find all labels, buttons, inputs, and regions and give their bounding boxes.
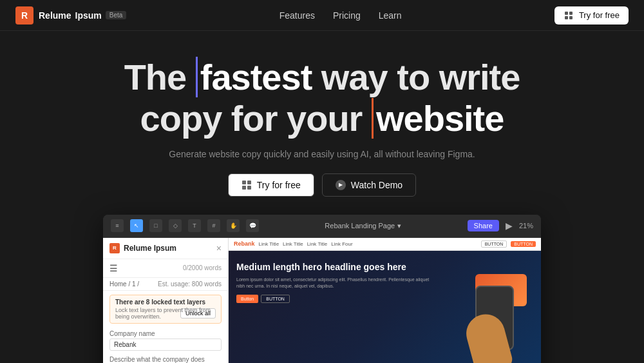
website-brand: Rebank (234, 240, 255, 247)
plugin-company-name-field: Company name (103, 328, 228, 353)
nav-links: Features Pricing Learn (279, 10, 402, 21)
website-preview-nav: Rebank Link Title Link Title Link Title … (229, 238, 541, 251)
website-hero-body: Lorem ipsum dolor sit amet, consectetur … (236, 277, 437, 289)
website-nav-btn-filled[interactable]: BUTTON (511, 241, 536, 247)
figma-text-tool[interactable]: T (188, 219, 201, 232)
website-preview: Rebank Link Title Link Title Link Title … (229, 238, 541, 363)
figma-handoff-tool[interactable]: ✋ (227, 219, 240, 232)
svg-rect-6 (242, 186, 246, 190)
website-nav-link-4: Link Four (331, 241, 352, 247)
beta-badge: Beta (106, 11, 127, 19)
navbar: R Relume Ipsum Beta Features Pricing Lea… (0, 0, 644, 31)
nav-link-pricing[interactable]: Pricing (333, 10, 361, 21)
website-hero-btn2[interactable]: BUTTON (261, 295, 290, 303)
logo: R Relume Ipsum Beta (15, 6, 126, 25)
plugin-header: R Relume Ipsum × (103, 238, 228, 259)
grid-icon (242, 180, 252, 190)
nav-link-features[interactable]: Features (279, 10, 315, 21)
website-nav-link-1: Link Title (259, 241, 279, 247)
figma-component-tool[interactable]: # (207, 219, 220, 232)
website-hero-btn1[interactable]: Button (236, 295, 258, 303)
play-icon: ▶ (336, 180, 346, 190)
plugin-logo-icon: R (109, 243, 120, 253)
figma-comment-tool[interactable]: 💬 (246, 219, 259, 232)
svg-rect-5 (247, 181, 251, 184)
company-name-input[interactable] (109, 338, 222, 351)
try-for-free-button[interactable]: Try for free (228, 173, 314, 197)
plugin-title: R Relume Ipsum (109, 243, 176, 253)
website-nav-link-3: Link Title (307, 241, 328, 247)
svg-rect-1 (569, 12, 573, 15)
website-hero-image (443, 261, 533, 363)
plugin-close-button[interactable]: × (216, 243, 222, 253)
figma-cursor-tool[interactable]: ↖ (130, 219, 143, 232)
figma-window: ≡ ↖ □ ◇ T # ✋ 💬 Rebank Landing Page ▾ Sh… (103, 215, 541, 363)
hero-highlight-fastest: fastest (196, 57, 312, 97)
figma-icon (564, 10, 574, 21)
figma-zoom-level: 21% (519, 222, 533, 230)
mockup-wrapper: ≡ ↖ □ ◇ T # ✋ 💬 Rebank Landing Page ▾ Sh… (0, 215, 644, 363)
website-nav-btn-outline[interactable]: BUTTON (481, 240, 507, 248)
watch-demo-button[interactable]: ▶ Watch Demo (322, 173, 416, 197)
plugin-word-count: 0/2000 words (183, 264, 222, 271)
plugin-breadcrumb: Home / 1 / Est. usage: 800 words (103, 278, 228, 291)
website-hero-text: Medium length hero headline goes here Lo… (236, 261, 437, 363)
try-for-free-label: Try for free (257, 180, 301, 190)
figma-menu-tool: ≡ (111, 219, 124, 232)
plugin-hamburger-icon[interactable]: ☰ (109, 263, 118, 273)
plugin-panel: R Relume Ipsum × ☰ 0/2000 words Home / 1… (103, 238, 229, 363)
figma-canvas-title: Rebank Landing Page ▾ (265, 222, 461, 230)
website-hero-section: Medium length hero headline goes here Lo… (229, 251, 541, 363)
website-hero-title: Medium length hero headline goes here (236, 261, 437, 273)
hero-buttons: Try for free ▶ Watch Demo (228, 173, 416, 197)
svg-rect-2 (565, 16, 568, 19)
figma-toolbar: ≡ ↖ □ ◇ T # ✋ 💬 Rebank Landing Page ▾ Sh… (103, 215, 541, 238)
website-nav-link-2: Link Title (283, 241, 303, 247)
hero-highlight-website: website (372, 98, 504, 139)
plugin-locked-notice: There are 8 locked text layers Lock text… (109, 295, 222, 324)
plugin-menu-bar: ☰ 0/2000 words (103, 259, 228, 278)
figma-frame-tool[interactable]: □ (149, 219, 162, 232)
figma-shape-tool[interactable]: ◇ (169, 219, 182, 232)
figma-canvas: R Relume Ipsum × ☰ 0/2000 words Home / 1… (103, 238, 541, 363)
nav-cta-button[interactable]: Try for free (554, 6, 629, 25)
watch-demo-label: Watch Demo (351, 180, 402, 190)
hero-title: The fastest way to write copy for your w… (124, 57, 520, 140)
logo-text: Relume Ipsum Beta (39, 10, 126, 21)
figma-play-btn[interactable]: ▶ (506, 221, 513, 231)
svg-rect-0 (565, 12, 568, 15)
svg-rect-3 (569, 16, 573, 19)
figma-share-button[interactable]: Share (468, 220, 499, 231)
svg-rect-7 (247, 186, 251, 190)
hero-section: The fastest way to write copy for your w… (0, 31, 644, 197)
website-hero-buttons: Button BUTTON (236, 295, 437, 303)
hero-subtitle: Generate website copy quickly and easily… (169, 149, 475, 159)
plugin-description-field: Describe what the company does Rebank is… (103, 353, 228, 363)
nav-link-learn[interactable]: Learn (379, 10, 402, 21)
logo-icon: R (15, 6, 33, 25)
nav-cta-label: Try for free (579, 10, 620, 20)
svg-rect-4 (242, 181, 246, 184)
